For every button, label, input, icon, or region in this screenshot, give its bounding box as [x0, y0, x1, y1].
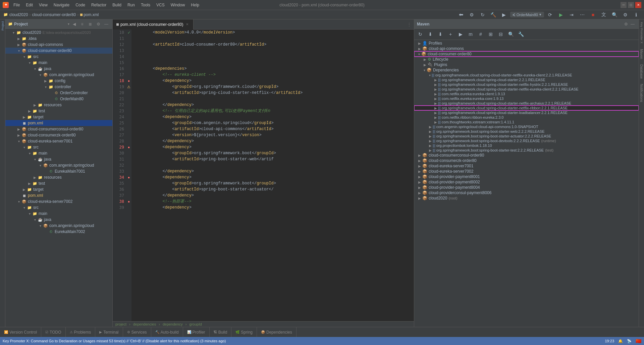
more-button[interactable]: ⋯: [578, 10, 587, 19]
maven-item-starter[interactable]: ▶ ||| org.springframework.cloud:spring-c…: [414, 77, 639, 82]
tree-item-target2[interactable]: ▶ 📁 target: [5, 186, 112, 192]
maven-item-xstream[interactable]: ▶ ||| com.thoughtworks.xstream:xstream:1…: [414, 120, 639, 124]
menu-navigate[interactable]: Navigate: [51, 2, 72, 8]
maven-run-button[interactable]: ▶: [456, 30, 465, 39]
tree-item-cloud2020[interactable]: ▾ 📁 cloud2020 E:\idea-workspace\cloud202…: [5, 30, 112, 36]
maven-item-test[interactable]: ▶ ||| org.springframework.boot:spring-bo…: [414, 148, 639, 153]
menu-file[interactable]: File: [11, 2, 22, 8]
tree-item-src3[interactable]: ▾ 📁 src: [5, 205, 112, 211]
maven-item-api-commons-dep[interactable]: ▶ ||| com.angenin.springcloud:cloud-api-…: [414, 124, 639, 129]
breadcrumb-project[interactable]: project: [115, 322, 126, 326]
breadcrumb-dependencies[interactable]: dependencies: [133, 322, 156, 326]
panel-settings[interactable]: ⚙: [95, 21, 102, 27]
branch-selector[interactable]: ⑆ OrderMain80 ▾: [510, 12, 544, 17]
maven-item-payment8004[interactable]: ▶ 📦 cloud-provider-payment8004: [414, 185, 639, 190]
breadcrumb-file[interactable]: pom.xml: [84, 12, 99, 17]
tree-item-config1[interactable]: ▶ 📁 config: [5, 78, 112, 84]
run-button[interactable]: ▶: [499, 10, 509, 19]
bottom-tab-build[interactable]: 🏗 Build: [210, 327, 232, 337]
maven-item-spring-web[interactable]: ▶ ||| org.springframework.boot:spring-bo…: [414, 129, 639, 134]
maven-item-lombok[interactable]: ▶ ||| org.projectlombok:lombok:1.18.10: [414, 143, 639, 148]
maven-item-payment8006[interactable]: ▶ 📦 cloud-providerconsul-payment8006: [414, 190, 639, 195]
info-button[interactable]: ℹ: [631, 10, 641, 19]
maven-options-button[interactable]: ⊞: [486, 30, 495, 39]
bottom-tab-terminal[interactable]: ▶ Terminal: [95, 327, 123, 337]
maven-item-dependencies[interactable]: ▾ 📦 Dependencies: [414, 67, 639, 73]
step-button[interactable]: ⇥: [567, 10, 576, 19]
tree-item-idea[interactable]: ▶ 📁 .idea: [5, 36, 112, 42]
menu-build[interactable]: Build: [110, 2, 124, 8]
maven-item-archaius[interactable]: ▶ ||| org.springframework.cloud:spring-c…: [414, 101, 639, 106]
maven-item-payment8001[interactable]: ▶ 📦 cloud-provider-payment8001: [414, 174, 639, 179]
bottom-tab-spring[interactable]: 🌿 Spring: [231, 327, 257, 337]
tree-item-ordermain80[interactable]: © OrderMain80: [5, 96, 112, 102]
tree-item-pom2[interactable]: ◼ pom.xml: [5, 192, 112, 198]
maven-filter-button[interactable]: ⊟: [496, 30, 505, 39]
tree-item-eurekamain7002[interactable]: © EurekaMain7002: [5, 229, 112, 235]
tree-item-main3[interactable]: ▾ 📁 main: [5, 211, 112, 217]
tree-item-target1[interactable]: ▶ 📁 target: [5, 114, 112, 120]
panel-nav-previous[interactable]: ◀: [71, 21, 77, 27]
maven-item-consumerzk[interactable]: ▶ 📦 cloud-consumerzk-order80: [414, 158, 639, 163]
minimize-button[interactable]: ─: [621, 2, 627, 8]
tree-item-eureka7001[interactable]: ▾ 📦 cloud-eureka-server7001: [5, 138, 112, 144]
maven-item-ribbon[interactable]: ▶ ||| org.springframework.cloud:spring-c…: [414, 106, 639, 110]
maven-item-payment8002[interactable]: ▶ 📦 cloud-provider-payment8002: [414, 179, 639, 185]
maven-m-button[interactable]: m: [466, 30, 475, 39]
refresh-button[interactable]: ↻: [478, 10, 487, 19]
right-tab-notifications[interactable]: Notifications: [639, 82, 644, 103]
maven-wrench-button[interactable]: 🔧: [516, 30, 526, 39]
tree-item-resources1[interactable]: ▶ 📁 resources: [5, 102, 112, 108]
maven-item-ribbon-eureka[interactable]: ▶ ||| com.netflix.ribbon:ribbon-eureka:2…: [414, 115, 639, 120]
tree-item-controller1[interactable]: ▾ 📁 controller: [5, 84, 112, 90]
tree-item-consumerzk[interactable]: ▶ 📦 cloud-consumerzk-order80: [5, 132, 112, 138]
maven-toggle-button[interactable]: #: [476, 30, 485, 39]
tree-item-com3[interactable]: ▾ 📦 com.angenin.springcloud: [5, 223, 112, 229]
menu-window[interactable]: Window: [168, 2, 188, 8]
bottom-tab-problems[interactable]: ⚠ Problems: [66, 327, 96, 337]
sync-button[interactable]: ⟳: [545, 10, 555, 19]
tree-item-java1[interactable]: ▾ ☕ java: [5, 66, 112, 72]
tree-item-eureka7002[interactable]: ▾ 📦 cloud-eureka-server7002: [5, 198, 112, 205]
tree-item-consumer-order80[interactable]: ▾ 📦 cloud-consumer-order80: [5, 48, 112, 54]
bottom-tab-auto-build[interactable]: 🔨 Auto-build: [151, 327, 183, 337]
maven-minimize-button[interactable]: —: [629, 21, 636, 27]
maven-item-eureka-client-sub[interactable]: ▶ ||| org.springframework.cloud:spring-c…: [414, 87, 639, 92]
maven-item-eureka-core[interactable]: ▶ ||| com.netflix.eureka:eureka-core:1.9…: [414, 96, 639, 101]
tab-close-button[interactable]: ✕: [184, 22, 190, 27]
bottom-tab-services[interactable]: ⚙ Services: [123, 327, 151, 337]
right-tab-key-promoter[interactable]: Key Promoter X: [639, 21, 644, 45]
panel-expand-all[interactable]: ≣: [87, 21, 94, 27]
menu-tools[interactable]: Tools: [138, 2, 153, 8]
breadcrumb-dependency[interactable]: dependency: [163, 322, 183, 326]
editor-tab-pom[interactable]: ◼ pom.xml (cloud-consumer-order80) ✕: [113, 19, 194, 30]
right-tab-maven[interactable]: Maven: [639, 48, 644, 60]
tree-item-com2[interactable]: ▾ 📦 com.angenin.springcloud: [5, 162, 112, 168]
status-flag-icon[interactable]: 🇨🇳: [636, 338, 641, 344]
tree-item-ordercontroller[interactable]: © OrderController: [5, 90, 112, 96]
maven-item-eureka7002[interactable]: ▶ 📦 cloud-eureka-server7002: [414, 169, 639, 174]
code-text-area[interactable]: <modelVersion>4.0.0</modelVersion> <arti…: [131, 30, 414, 321]
status-connection-icon[interactable]: 📡: [627, 339, 632, 343]
right-tab-database[interactable]: Database: [639, 63, 644, 80]
tree-item-test2[interactable]: ▶ 📁 test: [5, 180, 112, 186]
tree-item-main1[interactable]: ▾ 📁 main: [5, 60, 112, 66]
breadcrumb-root[interactable]: cloud2020: [9, 12, 28, 17]
menu-help[interactable]: Help: [188, 2, 202, 8]
bottom-tab-todo[interactable]: ☑ TODO: [41, 327, 65, 337]
settings-button[interactable]: ⚙: [467, 10, 477, 19]
tree-item-java3[interactable]: ▾ ☕ java: [5, 217, 112, 223]
maven-item-eureka-client-dep[interactable]: ▶ ||| com.netflix.eureka:eureka-client:1…: [414, 92, 639, 96]
close-button[interactable]: ✕: [635, 2, 641, 8]
tree-item-test1[interactable]: ▶ 📁 test: [5, 108, 112, 114]
search-button[interactable]: 🔍: [610, 10, 619, 19]
maven-item-lifecycle[interactable]: ▶ ⚙ Lifecycle: [414, 57, 639, 62]
tree-item-resources2[interactable]: ▶ 📁 resources: [5, 174, 112, 180]
tree-item-package1[interactable]: ▾ 📦 com.angenin.springcloud: [5, 72, 112, 78]
maven-refresh-button[interactable]: ↻: [416, 30, 425, 39]
bottom-tab-version-control[interactable]: 🔀 Version Control: [0, 327, 41, 337]
maven-download2-button[interactable]: ⬇: [436, 30, 445, 39]
menu-code[interactable]: Code: [73, 2, 88, 8]
menu-view[interactable]: View: [36, 2, 50, 8]
project-tab-icon[interactable]: Project: [0, 23, 5, 28]
